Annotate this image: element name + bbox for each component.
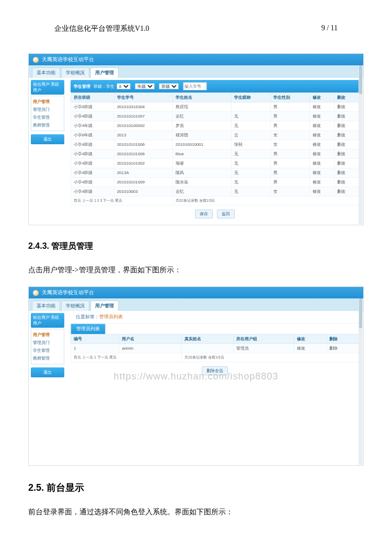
table-row: 小学4年级201010100002罗燕无男修改删改 — [71, 121, 359, 131]
sidebar-item-student[interactable]: 学生管理 — [32, 347, 63, 354]
table-row: 小学4班级201010003追忆无女修改删改 — [71, 187, 359, 197]
sidebar-head: 前台用户 系统用户 — [31, 313, 64, 328]
col-group: 所在用户组 — [233, 334, 294, 344]
col-real: 真实姓名 — [182, 334, 233, 344]
app-title: 天鹰英语学校互动平台 — [42, 56, 94, 62]
pager-right: 共22条记录数 当前1/3页 — [172, 197, 359, 205]
doc-pager: 9 / 11 — [321, 24, 338, 33]
tab-basic[interactable]: 基本功能 — [32, 301, 60, 311]
scroll-bar[interactable] — [359, 298, 363, 465]
sidebar-item-student[interactable]: 学生管理 — [32, 113, 63, 121]
sec2-no: 2.5. — [28, 482, 44, 493]
sidebar: 前台用户 系统用户 用户管理 管理员门 学生管理 教师管理 退出 — [29, 311, 66, 465]
logout-button[interactable]: 退出 — [31, 367, 64, 377]
table-row: 小学6班级201010316304蔡原珏男修改删改 — [71, 102, 359, 112]
save-button[interactable]: 保存 — [195, 210, 213, 218]
col-nick: 学生昵称 — [232, 93, 271, 102]
col-del: 删改 — [334, 93, 359, 102]
sidebar: 前台用户 系统用户 用户管理 管理员门 学生管理 教师管理 退出 — [29, 78, 66, 225]
filter-label: 学生管理 — [74, 84, 90, 89]
sidebar-group: 用户管理 — [32, 98, 63, 106]
app-title: 天鹰英语学校互动平台 — [42, 290, 94, 295]
search-input[interactable] — [183, 82, 207, 90]
table-row: 小学6年级2013程涛隐云女修改删改 — [71, 131, 359, 140]
text-1: 点击用户管理->管理员管理，界面如下图所示： — [28, 266, 364, 275]
sidebar-item-admin[interactable]: 管理员门 — [32, 106, 63, 113]
filter-term: 班级：学生 — [94, 84, 114, 89]
table-row: 小学4班级201010101006201010010001张秋女修改删改 — [71, 140, 359, 149]
main-panel: 位置标签：管理员列表 管理员列表 编号 用户名 真实姓名 所在用户组 修改 删除… — [66, 311, 363, 465]
table-row: 1 admin 管理员 修改 删除 — [71, 344, 359, 353]
delete-all-button[interactable]: 删除全选 — [202, 366, 228, 375]
student-table: 所在班级 学生学号 学生姓名 学生昵称 学生性别 修改 删改 小学6班级2010… — [71, 93, 359, 205]
sidebar-group: 用户管理 — [32, 331, 63, 339]
sidebar-item-admin[interactable]: 管理员门 — [32, 339, 63, 347]
back-button[interactable]: 返回 — [217, 210, 235, 218]
app-title-bar: 天鹰英语学校互动平台 — [29, 287, 363, 298]
col-user: 用户名 — [119, 334, 182, 344]
scroll-thumb[interactable] — [359, 298, 362, 328]
col-del: 删除 — [327, 334, 359, 344]
select-grade[interactable]: 年级 — [135, 83, 155, 89]
col-no: 编号 — [71, 334, 119, 344]
sidebar-head: 前台用户 系统用户 — [31, 80, 64, 95]
tab-users[interactable]: 用户管理 — [90, 67, 119, 78]
sidebar-item-teacher[interactable]: 教师管理 — [32, 354, 63, 362]
tab-users[interactable]: 用户管理 — [90, 301, 119, 311]
top-tabs: 基本功能 学校概况 用户管理 — [29, 65, 363, 78]
select-class[interactable]: 班级 — [159, 83, 179, 89]
table-row: 小学4班级2013A随风无男修改删改 — [71, 168, 359, 178]
pager-right: 共22条记录数 当前1/3页 — [182, 353, 359, 362]
col-id: 学生学号 — [114, 93, 172, 102]
filter-bar: 学生管理 班级：学生 6 年级 班级 — [71, 80, 359, 93]
col-name: 学生姓名 — [172, 93, 231, 102]
select-level[interactable]: 6 — [117, 83, 131, 89]
sec2-title: 前台显示 — [47, 482, 84, 493]
subtab-admin-list[interactable]: 管理员列表 — [71, 324, 106, 334]
text-2: 前台登录界面，通过选择不同角色登入系统。界面如下图所示： — [28, 507, 364, 517]
tab-school[interactable]: 学校概况 — [61, 67, 89, 78]
col-edit: 修改 — [309, 93, 334, 102]
col-edit: 修改 — [294, 334, 327, 344]
col-class: 所在班级 — [71, 93, 114, 102]
doc-title: 企业信息化平台管理系统V1.0 — [54, 24, 149, 33]
top-tabs: 基本功能 学校概况 用户管理 — [29, 298, 363, 311]
logout-button[interactable]: 退出 — [31, 134, 64, 144]
table-row: 小学4班级201010101009随水洛无男修改删改 — [71, 178, 359, 187]
table-row: 小学4班级201010101002瑞睿无男修改删改 — [71, 159, 359, 168]
table-row: 小学4班级201010101006Blue无男修改删改 — [71, 149, 359, 159]
scroll-thumb[interactable] — [359, 65, 362, 94]
admin-table: 编号 用户名 真实姓名 所在用户组 修改 删除 1 admin 管理员 修改 删… — [71, 334, 359, 362]
scroll-bar[interactable] — [359, 65, 363, 224]
pager-left[interactable]: 首页 上一页 1 2 3 下一页 尾页 — [71, 197, 173, 205]
main-panel: 学生管理 班级：学生 6 年级 班级 所在班级 学生学号 学生姓名 学生昵称 学… — [66, 78, 363, 225]
app-title-bar: 天鹰英语学校互动平台 — [29, 54, 363, 65]
sec1-no: 2.4.3. — [28, 241, 49, 250]
sec1-title: 管理员管理 — [51, 241, 93, 250]
breadcrumb: 位置标签：管理员列表 — [71, 311, 359, 324]
table-row: 小学4班级201010101007追忆无男修改删改 — [71, 112, 359, 121]
tab-school[interactable]: 学校概况 — [61, 301, 89, 311]
pager-left[interactable]: 首页 上一页 1 下一页 尾页 — [71, 353, 182, 362]
screenshot-admin-management: 天鹰英语学校互动平台 基本功能 学校概况 用户管理 前台用户 系统用户 用户管理… — [28, 286, 364, 466]
col-gender: 学生性别 — [270, 93, 309, 102]
sidebar-item-teacher[interactable]: 教师管理 — [32, 121, 63, 129]
tab-basic[interactable]: 基本功能 — [32, 67, 60, 78]
screenshot-student-management: 天鹰英语学校互动平台 基本功能 学校概况 用户管理 前台用户 系统用户 用户管理… — [28, 53, 364, 225]
